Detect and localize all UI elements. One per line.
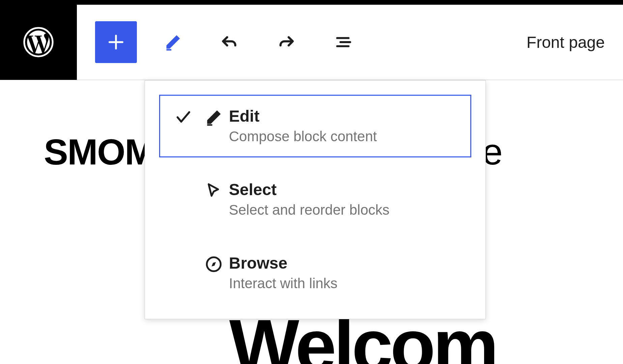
svg-rect-1 [167,49,172,51]
tools-dropdown: Edit Compose block content Select Select… [145,80,486,319]
dropdown-item-title: Select [229,180,462,200]
pencil-icon [205,109,222,126]
wordpress-icon [23,27,54,58]
undo-icon [220,32,239,52]
check-icon [175,109,192,126]
add-block-button[interactable] [95,21,137,63]
pencil-icon [163,32,183,52]
page-template-label[interactable]: Front page [527,33,605,52]
undo-button[interactable] [209,22,250,63]
cursor-icon [205,182,222,200]
top-bar [0,0,623,5]
svg-rect-5 [207,124,212,126]
redo-icon [276,32,296,52]
dropdown-item-browse[interactable]: Browse Interact with links [159,242,471,304]
dropdown-item-title: Edit [229,107,462,126]
tools-button[interactable] [152,22,194,63]
dropdown-item-desc: Interact with links [229,274,462,293]
compass-icon [205,255,222,273]
list-view-icon [333,32,353,52]
dropdown-item-desc: Compose block content [229,127,462,146]
wordpress-logo-button[interactable] [0,4,77,80]
dropdown-item-edit[interactable]: Edit Compose block content [159,95,471,157]
dropdown-item-desc: Select and reorder blocks [229,201,462,219]
document-overview-button[interactable] [322,22,363,63]
dropdown-item-select[interactable]: Select Select and reorder blocks [159,168,471,231]
redo-button[interactable] [266,22,307,63]
editor-toolbar: Front page [0,5,623,80]
dropdown-item-title: Browse [229,253,462,273]
toolbar-buttons [77,21,379,63]
plus-icon [106,32,126,52]
